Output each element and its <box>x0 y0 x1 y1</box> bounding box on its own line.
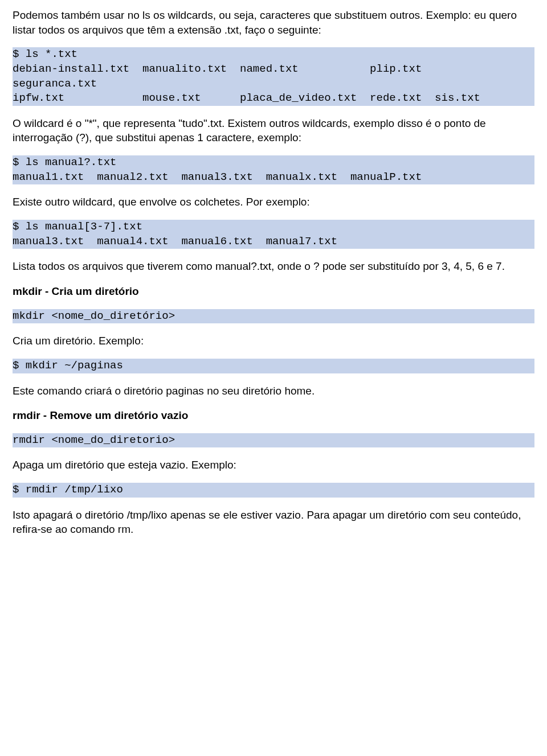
heading-rmdir: rmdir - Remove um diretório vazio <box>13 408 534 423</box>
code-ls-question: $ ls manual?.txt manual1.txt manual2.txt… <box>13 155 534 184</box>
paragraph-brackets-intro: Existe outro wildcard, que envolve os co… <box>13 195 534 209</box>
paragraph-rmdir-desc: Apaga um diretório que esteja vazio. Exe… <box>13 458 534 472</box>
paragraph-mkdir-desc: Cria um diretório. Exemplo: <box>13 334 534 348</box>
paragraph-rmdir-note: Isto apagará o diretório /tmp/lixo apena… <box>13 508 534 537</box>
heading-mkdir: mkdir - Cria um diretório <box>13 284 534 299</box>
paragraph-brackets-explain: Lista todos os arquivos que tiverem como… <box>13 259 534 274</box>
code-rmdir-syntax: rmdir <nome_do_diretorio> <box>13 433 534 448</box>
paragraph-star-explain: O wildcard é o "*", que representa "tudo… <box>13 116 534 145</box>
code-ls-brackets: $ ls manual[3-7].txt manual3.txt manual4… <box>13 220 534 249</box>
code-ls-star: $ ls *.txt debian-install.txt manualito.… <box>13 47 534 106</box>
code-mkdir-syntax: mkdir <nome_do_diretório> <box>13 309 534 324</box>
code-rmdir-example: $ rmdir /tmp/lixo <box>13 483 534 498</box>
code-mkdir-example: $ mkdir ~/paginas <box>13 359 534 373</box>
paragraph-intro-wildcards: Podemos também usar no ls os wildcards, … <box>13 8 534 37</box>
paragraph-mkdir-result: Este comando criará o diretório paginas … <box>13 384 534 398</box>
